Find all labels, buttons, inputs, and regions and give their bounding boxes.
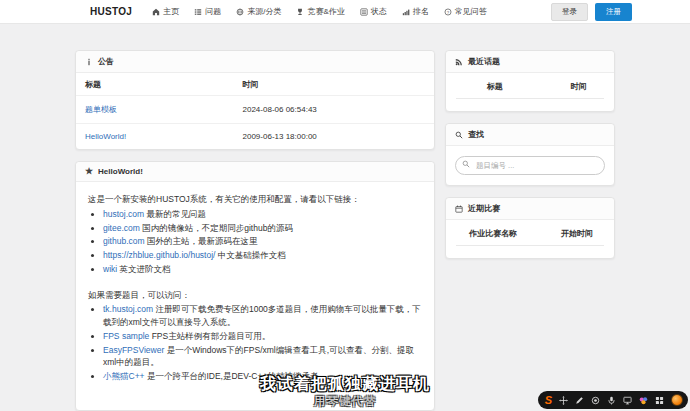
trophy-icon (296, 8, 304, 16)
announcement-time: 2009-06-13 18:00:00 (234, 124, 434, 150)
microphone-icon[interactable] (607, 396, 616, 405)
brand[interactable]: HUSTOJ (90, 6, 132, 17)
list-item: gitee.com 国内的镜像站，不定期同步github的源码 (103, 222, 422, 235)
helloworld-card: ★ HelloWorld! 这是一个新安装的HUSTOJ系统，有关它的使用和配置… (75, 161, 435, 411)
navbar: HUSTOJ 主页 问题 来源/分类 竞赛&作业 状态 (0, 0, 690, 24)
nav-item-faq[interactable]: ? 常见问答 (444, 6, 487, 17)
contests-col-start: 开始时间 (540, 220, 614, 245)
recorder-logo[interactable]: S (545, 395, 552, 406)
helloworld-header: ★ HelloWorld! (76, 162, 434, 182)
hustoj-page: HUSTOJ 主页 问题 来源/分类 竞赛&作业 状态 (0, 0, 690, 411)
main-column: 公告 标题 时间 题单模板 2024-08-06 06:54:43 (75, 50, 435, 411)
pen-icon[interactable] (575, 396, 584, 405)
redpanda-cpp-link[interactable]: 小熊猫C++ (103, 371, 145, 381)
announcements-table: 标题 时间 题单模板 2024-08-06 06:54:43 HelloWorl… (76, 73, 434, 149)
nav-items: 主页 问题 来源/分类 竞赛&作业 状态 排名 (152, 6, 551, 17)
sidebar-column: 最近话题 标题 时间 查找 (445, 50, 615, 411)
gitee-link[interactable]: gitee.com (103, 223, 140, 233)
col-header-time: 时间 (234, 73, 434, 96)
star-icon: ★ (85, 167, 93, 176)
list-item: 小熊猫C++ 是一个跨平台的IDE,是DEV-C++的精神继承者。 (103, 370, 422, 383)
question-icon: ? (444, 8, 452, 16)
helloworld-title: HelloWorld! (98, 167, 143, 176)
nav-buttons: 登录 注册 (551, 3, 632, 21)
problems-intro-text: 如果需要题目，可以访问： (88, 289, 422, 302)
announcement-link[interactable]: 题单模板 (85, 105, 117, 114)
list-item: tk.hustoj.com 注册即可下载免费专区的1000多道题目，使用购物车可… (103, 303, 422, 329)
search-card: 查找 (445, 123, 615, 186)
list-item: FPS sample FPS主站样例有部分题目可用。 (103, 330, 422, 343)
link-desc: 英文进阶文档 (117, 264, 170, 274)
apps-grid-icon[interactable] (655, 396, 664, 405)
table-row: HelloWorld! 2009-06-13 18:00:00 (76, 124, 434, 150)
login-button[interactable]: 登录 (551, 3, 588, 21)
link-desc: 国外的主站，最新源码在这里 (145, 236, 258, 246)
announcements-title: 公告 (98, 56, 114, 67)
links-list: hustoj.com 最新的常见问题 gitee.com 国内的镜像站，不定期同… (88, 208, 422, 276)
record-icon[interactable] (591, 396, 600, 405)
wiki-link[interactable]: wiki (103, 264, 117, 274)
tasks-icon (360, 8, 368, 16)
list-item: github.com 国外的主站，最新源码在这里 (103, 235, 422, 248)
search-icon (455, 131, 463, 139)
nav-item-ranking[interactable]: 排名 (402, 6, 429, 17)
list-item: EasyFPSViewer 是一个Windows下的FPS/xml编辑查看工具,… (103, 344, 422, 370)
announcement-time: 2024-08-06 06:54:43 (234, 96, 434, 124)
recent-contests-header: 近期比赛 (446, 198, 614, 220)
recent-topics-title: 最近话题 (468, 56, 500, 67)
globe-icon (236, 8, 244, 16)
search-title: 查找 (468, 129, 484, 140)
nav-label: 排名 (413, 6, 429, 17)
fps-sample-link[interactable]: FPS sample (103, 331, 149, 341)
home-icon (152, 8, 160, 16)
docs-link[interactable]: https://zhblue.github.io/hustoj/ (103, 250, 215, 260)
nav-item-home[interactable]: 主页 (152, 6, 179, 17)
list-item: wiki 英文进阶文档 (103, 263, 422, 276)
recent-topics-header: 最近话题 (446, 51, 614, 73)
nav-label: 问题 (205, 6, 221, 17)
webcam-bubble-icon[interactable] (671, 394, 683, 406)
nav-label: 主页 (163, 6, 179, 17)
rss-icon (455, 58, 463, 66)
search-header: 查找 (446, 124, 614, 146)
register-button[interactable]: 注册 (595, 3, 632, 21)
calendar-icon (455, 205, 463, 213)
list-icon (194, 8, 202, 16)
nav-item-problems[interactable]: 问题 (194, 6, 221, 17)
list-item: https://zhblue.github.io/hustoj/ 中文基础操作文… (103, 249, 422, 262)
recent-topics-card: 最近话题 标题 时间 (445, 50, 615, 112)
easyfpsviewer-link[interactable]: EasyFPSViewer (103, 345, 164, 355)
search-body (446, 146, 614, 185)
announcements-header: 公告 (76, 51, 434, 73)
problem-id-search-input[interactable] (455, 156, 605, 175)
nav-label: 常见问答 (455, 6, 487, 17)
list-item: hustoj.com 最新的常见问题 (103, 208, 422, 221)
bar-chart-icon (402, 8, 410, 16)
topics-col-title: 标题 (446, 73, 543, 98)
nav-item-source-category[interactable]: 来源/分类 (236, 6, 281, 17)
hustoj-link[interactable]: hustoj.com (103, 209, 144, 219)
announcement-link[interactable]: HelloWorld! (85, 132, 126, 141)
github-link[interactable]: github.com (103, 236, 145, 246)
link-desc: 中文基础操作文档 (215, 250, 285, 260)
nav-item-contests[interactable]: 竞赛&作业 (296, 6, 344, 17)
helloworld-body: 这是一个新安装的HUSTOJ系统，有关它的使用和配置，请看以下链接： husto… (76, 182, 434, 411)
link-desc: 国内的镜像站，不定期同步github的源码 (140, 223, 293, 233)
screen-recorder-toolbar: S (538, 391, 688, 409)
nav-item-status[interactable]: 状态 (360, 6, 387, 17)
link-desc: 最新的常见问题 (144, 209, 206, 219)
link-desc: FPS主站样例有部分题目可用。 (149, 331, 270, 341)
palette-icon[interactable] (639, 396, 648, 405)
recent-contests-title: 近期比赛 (468, 203, 500, 214)
info-icon (85, 58, 93, 66)
svg-text:?: ? (447, 9, 450, 14)
monitor-icon[interactable] (623, 396, 632, 405)
nav-label: 竞赛&作业 (307, 6, 344, 17)
topics-col-time: 时间 (543, 73, 614, 98)
nav-label: 来源/分类 (247, 6, 281, 17)
tk-hustoj-link[interactable]: tk.hustoj.com (103, 304, 153, 314)
intro-text: 这是一个新安装的HUSTOJ系统，有关它的使用和配置，请看以下链接： (88, 193, 422, 206)
move-icon[interactable] (559, 396, 568, 405)
search-input-icon (462, 160, 470, 168)
nav-label: 状态 (371, 6, 387, 17)
